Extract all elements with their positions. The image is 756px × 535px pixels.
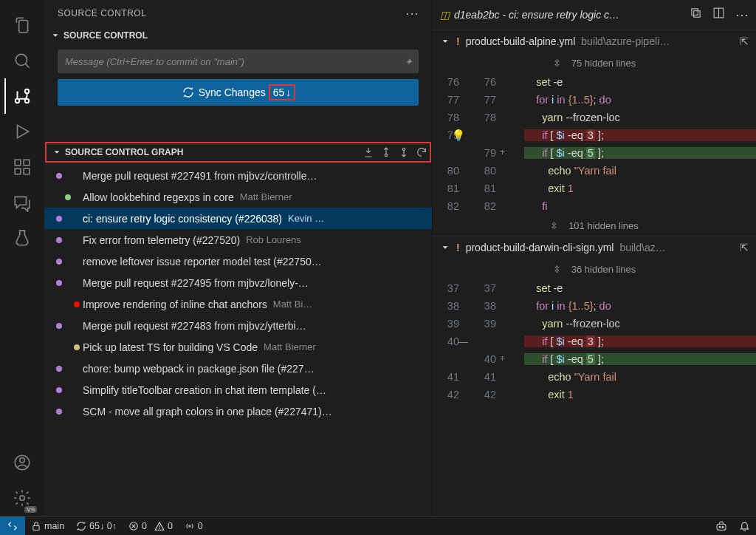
explorer-icon[interactable] (4, 7, 40, 43)
code-line[interactable]: 37 37 set -e (433, 279, 756, 297)
open-file-icon[interactable]: ⇱ (740, 35, 749, 47)
code-line[interactable]: 78 78 yarn --frozen-loc (433, 109, 756, 126)
code-line[interactable]: 40+ if [ $i -eq 5 ]; (433, 350, 756, 368)
svg-rect-7 (15, 168, 21, 174)
code-line[interactable]: 41 41 echo "Yarn fail (433, 368, 756, 386)
source-control-icon[interactable] (4, 78, 40, 114)
run-debug-icon[interactable] (4, 114, 40, 149)
search-icon[interactable] (4, 43, 40, 78)
commit-row[interactable]: ci: ensure retry logic consistency (#226… (44, 208, 432, 229)
code-line[interactable]: 38 38 for i in {1..5}; do (433, 297, 756, 315)
graph-label: SOURCE CONTROL GRAPH (65, 147, 183, 157)
folded-region[interactable]: ⇳75 hidden lines (433, 52, 756, 73)
commit-row[interactable]: Allow lookbehind regexps in coreMatt Bie… (44, 186, 432, 208)
ports-status[interactable]: 0 (179, 517, 209, 535)
commit-message-input[interactable]: Message (Ctrl+Enter to commit on "main")… (58, 50, 419, 73)
svg-point-4 (25, 99, 29, 103)
expand-icon[interactable] (690, 7, 702, 19)
commit-row[interactable]: Merge pull request #227491 from mjbvz/co… (44, 165, 432, 186)
split-icon[interactable] (712, 7, 725, 19)
chevron-down-icon (440, 36, 450, 47)
notifications-icon[interactable] (733, 520, 756, 531)
commit-row[interactable]: Merge pull request #227483 from mjbvz/yt… (44, 315, 432, 336)
settings-icon[interactable]: VS (4, 480, 40, 516)
svg-rect-8 (24, 168, 30, 174)
unfold-icon: ⇳ (553, 58, 561, 69)
pull-icon[interactable] (380, 146, 392, 158)
remote-indicator[interactable] (0, 517, 25, 535)
svg-point-13 (20, 496, 25, 501)
code-line[interactable]: 80 80 echo "Yarn fail (433, 162, 756, 180)
code-line[interactable]: 81 81 exit 1 (433, 180, 756, 197)
code-line[interactable]: 79+ if [ $i -eq 5 ]; (433, 144, 756, 162)
branch-indicator[interactable]: main (25, 517, 70, 535)
commit-row[interactable]: Simplify titleToolbar creation in chat i… (44, 379, 432, 401)
commit-row[interactable]: chore: bump webpack in package.json file… (44, 358, 432, 379)
push-icon[interactable] (398, 146, 410, 158)
editor-pane: ◫ d1eab2bc - ci: ensure retry logic c… ⋯… (432, 0, 756, 516)
commit-row[interactable]: Fix error from telemetry (#227520)Rob Lo… (44, 229, 432, 251)
code-line[interactable]: 76 76 set -e (433, 73, 756, 91)
chevron-down-icon (440, 242, 450, 253)
commit-row[interactable]: remove leftover issue reporter model tes… (44, 251, 432, 272)
diff-file-header[interactable]: ! product-build-alpine.yml build\azure-p… (433, 30, 756, 52)
commit-row[interactable]: Improve rendering of inline chat anchors… (44, 293, 432, 315)
sparkle-icon[interactable]: ✦ (405, 56, 413, 67)
sync-changes-button[interactable]: Sync Changes 65↓ (58, 79, 419, 106)
svg-point-2 (25, 89, 29, 93)
commit-row[interactable]: Merge pull request #227495 from mjbvz/lo… (44, 272, 432, 293)
code-line[interactable]: 39 39 yarn --frozen-loc (433, 315, 756, 333)
tab-title: d1eab2bc - ci: ensure retry logic c… (454, 9, 619, 21)
problems-status[interactable]: 0 0 (123, 517, 179, 535)
code-line[interactable]: 42 42 exit 1 (433, 386, 756, 403)
svg-rect-6 (15, 160, 21, 166)
folded-region[interactable]: ⇳36 hidden lines (433, 259, 756, 279)
extensions-icon[interactable] (4, 149, 40, 185)
panel-more-icon[interactable]: ⋯ (405, 5, 419, 21)
code-line[interactable]: 77 77 for i in {1..5}; do (433, 91, 756, 109)
editor-tab[interactable]: ◫ d1eab2bc - ci: ensure retry logic c… (440, 9, 619, 21)
chat-icon[interactable] (4, 185, 40, 220)
svg-point-28 (719, 526, 721, 528)
sync-status[interactable]: 65↓ 0↑ (70, 517, 123, 535)
svg-point-3 (16, 99, 19, 103)
svg-rect-9 (24, 160, 30, 166)
copilot-status[interactable] (709, 520, 733, 532)
code-line[interactable]: 79💡 if [ $i -eq 3 ]; (433, 126, 756, 144)
modified-icon: ! (456, 242, 460, 253)
diff-file-header[interactable]: ! product-build-darwin-cli-sign.yml buil… (433, 236, 756, 259)
unfold-icon: ⇳ (553, 264, 561, 275)
open-file-icon[interactable]: ⇱ (740, 242, 749, 253)
sync-icon (182, 86, 194, 98)
testing-icon[interactable] (4, 220, 40, 256)
svg-marker-5 (18, 125, 29, 137)
file-name: product-build-alpine.yml (466, 35, 576, 47)
sync-icon (76, 521, 86, 531)
code-line[interactable]: 82 82 fi (433, 197, 756, 215)
accounts-icon[interactable] (4, 445, 40, 480)
svg-point-12 (20, 458, 25, 463)
warning-icon (154, 521, 165, 531)
source-control-section-header[interactable]: SOURCE CONTROL (44, 26, 432, 45)
svg-point-25 (159, 528, 160, 528)
radio-icon (185, 521, 195, 531)
commit-icon: ◫ (440, 9, 450, 21)
file-name: product-build-darwin-cli-sign.yml (466, 242, 614, 253)
chevron-down-icon (52, 147, 62, 157)
commit-row[interactable]: SCM - move all graph colors in one place… (44, 401, 432, 422)
svg-rect-17 (694, 11, 701, 18)
editor-more-icon[interactable]: ⋯ (735, 7, 749, 23)
commit-row[interactable]: Pick up latest TS for building VS CodeMa… (44, 336, 432, 358)
sync-label: Sync Changes (199, 86, 266, 98)
status-bar: main 65↓ 0↑ 0 0 0 (0, 516, 756, 535)
refresh-icon[interactable] (416, 146, 427, 158)
panel-title: SOURCE CONTROL ⋯ (44, 0, 432, 26)
folded-region[interactable]: ⇳101 hidden lines (433, 215, 756, 236)
graph-section-header[interactable]: SOURCE CONTROL GRAPH (46, 143, 430, 162)
fetch-icon[interactable] (362, 146, 374, 158)
svg-point-0 (16, 54, 27, 65)
section-label: SOURCE CONTROL (63, 30, 148, 41)
code-line[interactable]: 40— if [ $i -eq 3 ]; (433, 333, 756, 350)
file-path: build\azure-pipeli… (581, 35, 670, 47)
error-icon (128, 521, 139, 531)
